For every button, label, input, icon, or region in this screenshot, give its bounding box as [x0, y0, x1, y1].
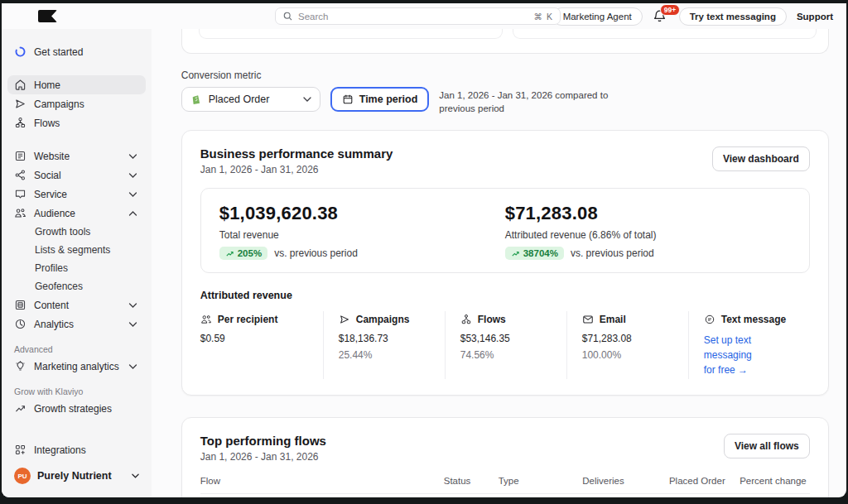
sidebar-item-analytics[interactable]: Analytics	[7, 314, 146, 334]
chevron-down-icon	[127, 154, 139, 159]
scrolled-card-partial	[513, 29, 817, 39]
sidebar-item-home[interactable]: Home	[7, 75, 146, 94]
progress-ring-icon	[14, 46, 26, 58]
total-revenue-value: $1,039,620.38	[219, 203, 505, 224]
view-all-flows-button[interactable]: View all flows	[724, 434, 810, 458]
chevron-down-icon	[127, 192, 139, 197]
sidebar-item-growth-strategies[interactable]: Growth strategies	[7, 399, 146, 418]
email-value: $71,283.08	[582, 333, 680, 344]
campaigns-icon	[14, 98, 26, 110]
chevron-down-icon	[127, 322, 139, 327]
sidebar-item-profiles[interactable]: Profiles	[7, 259, 146, 277]
attributed-revenue-breakdown: Per recipient $0.59 Campaigns $18,136.73…	[200, 311, 810, 379]
search-icon	[282, 11, 293, 22]
attributed-revenue-heading: Attributed revenue	[200, 290, 810, 301]
flows-value: $53,146.35	[460, 333, 558, 344]
chevron-down-icon	[132, 473, 139, 478]
setup-text-messaging-link[interactable]: Set up text messaging for free →	[704, 333, 802, 377]
campaigns-value: $18,136.73	[339, 333, 436, 344]
sidebar-item-label: Website	[34, 151, 70, 162]
app-window: ⌘ K Marketing Agent 99+ Try text messagi…	[2, 3, 846, 497]
vs-previous-period: vs. previous period	[274, 247, 358, 259]
sidebar-item-geofences[interactable]: Geofences	[7, 277, 146, 295]
top-flows-card: Top performing flows Jan 1, 2026 - Jan 3…	[181, 417, 829, 497]
chevron-down-icon	[127, 173, 139, 178]
sidebar-item-label: Get started	[34, 46, 83, 58]
klaviyo-logo-icon[interactable]	[38, 10, 57, 22]
social-icon	[14, 169, 26, 181]
sidebar-item-label: Home	[34, 79, 60, 91]
service-icon	[14, 188, 26, 200]
calendar-icon	[342, 94, 354, 105]
campaigns-icon	[339, 314, 350, 325]
sidebar-item-label: Service	[34, 189, 67, 200]
website-icon	[14, 150, 26, 162]
text-message-column: Text message Set up text messaging for f…	[688, 311, 810, 379]
sidebar-item-label: Marketing analytics	[34, 361, 119, 372]
sidebar-item-audience[interactable]: Audience	[7, 204, 146, 223]
sidebar-item-website[interactable]: Website	[7, 146, 146, 166]
conversion-metric-label: Conversion metric	[181, 70, 829, 81]
attributed-revenue-stat: $71,283.08 Attributed revenue (6.86% of …	[505, 203, 791, 260]
sidebar-item-growth-tools[interactable]: Growth tools	[7, 223, 146, 241]
total-revenue-label: Total revenue	[219, 229, 505, 241]
try-text-messaging-button[interactable]: Try text messaging	[679, 7, 787, 26]
search-input[interactable]	[298, 12, 529, 22]
email-share: 100.00%	[582, 349, 680, 361]
business-performance-card: Business performance summary Jan 1, 2026…	[181, 130, 829, 396]
chevron-up-icon	[127, 211, 139, 216]
account-switcher[interactable]: PU Purely Nutrient	[7, 464, 146, 487]
topbar: ⌘ K Marketing Agent 99+ Try text messagi…	[2, 3, 846, 29]
change-badge: 38704%	[505, 247, 564, 260]
shopify-icon	[190, 94, 202, 105]
campaigns-share: 25.44%	[339, 349, 436, 361]
content-icon	[14, 299, 26, 311]
total-revenue-stat: $1,039,620.38 Total revenue 205% vs. pre…	[219, 203, 505, 260]
sidebar-item-campaigns[interactable]: Campaigns	[7, 94, 146, 113]
email-column: Email $71,283.08 100.00%	[566, 311, 688, 379]
attributed-revenue-value: $71,283.08	[505, 203, 791, 224]
trend-up-icon	[511, 249, 520, 258]
notification-count-badge: 99+	[660, 4, 680, 16]
sidebar-item-get-started[interactable]: Get started	[7, 42, 146, 61]
view-dashboard-button[interactable]: View dashboard	[712, 146, 810, 171]
flows-table-header: Flow Status Type Deliveries Placed Order…	[200, 463, 810, 494]
scrolled-card-partial	[199, 29, 503, 39]
sidebar-item-social[interactable]: Social	[7, 166, 146, 185]
flows-share: 74.56%	[460, 349, 558, 361]
attributed-revenue-label: Attributed revenue (6.86% of total)	[505, 229, 791, 241]
sidebar-item-label: Campaigns	[34, 98, 84, 110]
period-description: Jan 1, 2026 - Jan 31, 2026 compared to p…	[439, 87, 608, 115]
people-icon	[200, 314, 212, 325]
summary-date-range: Jan 1, 2026 - Jan 31, 2026	[200, 164, 393, 175]
trend-up-icon	[225, 249, 234, 258]
text-message-icon	[704, 314, 716, 325]
sidebar-item-label: Analytics	[34, 319, 74, 330]
sidebar-item-flows[interactable]: Flows	[7, 113, 146, 132]
integrations-icon	[14, 444, 26, 456]
support-link[interactable]: Support	[797, 12, 833, 22]
sidebar-item-label: Integrations	[34, 444, 86, 456]
conversion-metric-select[interactable]: Placed Order	[181, 87, 320, 112]
sidebar-item-content[interactable]: Content	[7, 295, 146, 314]
per-recipient-value: $0.59	[200, 333, 315, 344]
sidebar-item-lists-segments[interactable]: Lists & segments	[7, 241, 146, 259]
chevron-down-icon	[303, 97, 311, 102]
sidebar-item-label: Social	[34, 170, 61, 181]
time-period-button[interactable]: Time period	[330, 87, 430, 112]
sidebar-item-integrations[interactable]: Integrations	[7, 440, 146, 459]
flows-title: Top performing flows	[200, 434, 326, 448]
per-recipient-column: Per recipient $0.59	[200, 311, 323, 379]
notifications-button[interactable]: 99+	[653, 9, 669, 24]
account-avatar: PU	[14, 468, 31, 484]
conversion-metric-value: Placed Order	[209, 94, 270, 105]
search-bar[interactable]: ⌘ K	[275, 7, 561, 25]
sidebar-item-service[interactable]: Service	[7, 185, 146, 204]
sidebar-item-label: Audience	[34, 208, 75, 219]
sidebar: Get started Home Campaigns Flows Website	[2, 29, 152, 497]
chevron-down-icon	[127, 364, 139, 369]
sidebar-item-marketing-analytics[interactable]: Marketing analytics	[7, 357, 146, 376]
flows-column: Flows $53,146.35 74.56%	[445, 311, 566, 379]
marketing-agent-button[interactable]: Marketing Agent	[552, 7, 643, 26]
summary-title: Business performance summary	[200, 146, 393, 161]
